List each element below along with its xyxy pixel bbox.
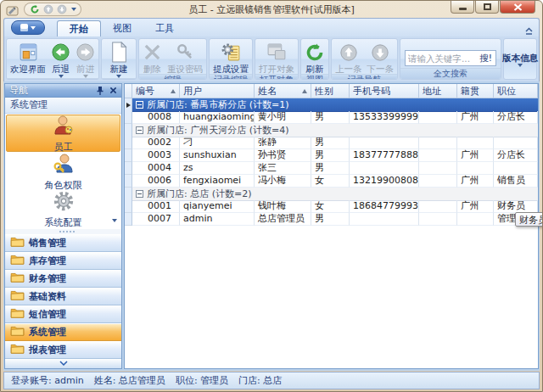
ribbon-group-label: 全文搜索 — [400, 68, 501, 79]
cell-gender: 男 — [311, 162, 350, 175]
column-header-hometown[interactable]: 籍贯 — [457, 84, 494, 98]
table-row[interactable]: 0001 qianyemei 钱叶梅 女 18684779993 广州 财务员 — [125, 200, 538, 213]
sidebar-group-system[interactable]: 系统管理 — [5, 323, 121, 341]
cell-user: zs — [180, 162, 255, 175]
column-header-phone[interactable]: 手机号码 — [350, 84, 419, 98]
qat-next-record-button[interactable] — [56, 4, 67, 15]
refresh-button[interactable]: 刷新 — [302, 40, 327, 74]
restore-icon — [484, 3, 491, 10]
quick-access-toolbar — [24, 3, 81, 16]
chevron-down-icon[interactable] — [112, 219, 117, 222]
role-key-icon — [52, 152, 76, 178]
employee-grid: 编号 用户 姓名 性别 手机号码 地址 籍贯 职位 所属门店: 番禺市桥分店 (… — [124, 83, 539, 369]
selected-row-arrow-icon — [126, 103, 131, 108]
column-header-address[interactable]: 地址 — [419, 84, 457, 98]
sidebar-item-role-permissions[interactable]: 角色权限 — [5, 153, 121, 190]
tab-home[interactable]: 开始 — [57, 20, 101, 36]
back-button[interactable]: 后退 — [48, 40, 73, 78]
new-button[interactable]: 新建 — [107, 40, 131, 78]
sidebar-group-finance[interactable]: 财务管理 — [5, 270, 121, 288]
search-button[interactable]: 搜! — [476, 53, 495, 64]
table-row[interactable]: 0007 admin 总店管理员 男 管理员 — [125, 213, 538, 226]
status-bar: 登录账号: admin 姓名: 总店管理员 职位: 管理员 门店: 总店 — [3, 372, 540, 389]
cell-hometown: 广州 — [457, 200, 494, 213]
sidebar-group-sales[interactable]: 销售管理 — [5, 234, 121, 252]
close-icon[interactable] — [109, 87, 117, 94]
column-header-position[interactable]: 职位 — [494, 84, 538, 98]
sidebar-item-system-config[interactable]: 系统配置 — [5, 190, 121, 229]
ribbon-group-create: 新建 对象创建 — [101, 38, 137, 80]
version-info-button[interactable]: 版本信息 — [505, 40, 535, 79]
employee-icon — [52, 114, 76, 140]
sidebar-overflow-button[interactable] — [5, 359, 121, 368]
navigation-title: 导航 — [9, 84, 91, 97]
cell-address — [419, 213, 457, 226]
qat-refresh-button[interactable] — [29, 4, 40, 15]
sidebar-groups: 销售管理 库存管理 财务管理 基础资料 短信管理 — [5, 234, 121, 359]
cell-position: 财务员 — [494, 200, 538, 213]
close-button[interactable] — [500, 1, 535, 14]
minimize-button[interactable] — [451, 1, 474, 14]
search-box: 搜! — [405, 50, 496, 66]
sidebar-group-sms[interactable]: 短信管理 — [5, 305, 121, 323]
tab-view[interactable]: 视图 — [101, 20, 143, 36]
welcome-screen-button[interactable]: 欢迎界面 — [8, 40, 48, 78]
main-area: 导航 系统管理 员工 — [3, 81, 540, 371]
column-header-name[interactable]: 姓名 — [255, 84, 311, 98]
open-object-button[interactable]: 打开对象 — [256, 40, 297, 74]
folder-icon — [10, 289, 25, 303]
forward-button[interactable]: 前进 — [73, 40, 98, 78]
column-label: 职位 — [497, 85, 534, 98]
column-header-number[interactable]: 编号 — [132, 84, 180, 98]
table-row[interactable]: 0004 zs 张三 男 — [125, 162, 538, 175]
app-menu-button[interactable] — [11, 20, 45, 35]
collapse-icon[interactable] — [136, 101, 143, 109]
cell-user: fengxiaomei — [180, 175, 255, 188]
commission-settings-button[interactable]: 提成设置 — [210, 40, 251, 74]
table-row[interactable]: 0006 fengxiaomei 冯小梅 女 13219900808 广州 销售… — [125, 175, 538, 188]
delete-button[interactable]: 删除 — [140, 40, 165, 74]
column-header-gender[interactable]: 性别 — [311, 84, 350, 98]
cell-position: 分店长 — [494, 149, 538, 162]
group-row-tianhe[interactable]: 所属门店: 广州天河分店 (计数=4) — [125, 124, 538, 137]
cell-number: 0001 — [132, 200, 180, 213]
sidebar-items: 员工 角色权限 系统配置 — [5, 114, 121, 229]
new-label: 新建 — [110, 64, 128, 74]
group-row-panyu[interactable]: 所属门店: 番禺市桥分店 (计数=1) — [125, 98, 538, 111]
table-row[interactable]: 0008 huangxiaoming 黄小明 男 13533399999 广州 … — [125, 111, 538, 124]
tab-tools[interactable]: 工具 — [143, 20, 186, 36]
search-input[interactable] — [406, 53, 476, 64]
next-record-button[interactable]: 下一条 — [365, 40, 397, 74]
ribbon-group-view: 刷新 视图 — [300, 38, 329, 80]
folder-icon — [10, 343, 25, 356]
table-row[interactable]: 0002 刁 张静 男 — [125, 137, 538, 149]
sidebar-section-header[interactable]: 系统管理 — [5, 98, 121, 114]
gear-icon — [53, 190, 75, 216]
column-label: 姓名 — [258, 85, 299, 98]
cell-phone — [350, 162, 419, 175]
collapse-icon[interactable] — [136, 126, 143, 134]
collapse-icon[interactable] — [136, 190, 143, 198]
navigation-pane: 导航 系统管理 员工 — [4, 83, 122, 369]
sidebar-group-inventory[interactable]: 库存管理 — [5, 252, 121, 270]
column-header-user[interactable]: 用户 — [180, 84, 255, 98]
pin-icon[interactable] — [96, 86, 104, 96]
ribbon-group-label: 历史 — [7, 78, 98, 79]
sidebar-group-reports[interactable]: 报表管理 — [5, 341, 121, 359]
qat-previous-record-button[interactable] — [42, 4, 53, 15]
title-bar[interactable]: 员工 - 立远眼镜销售管理软件[试用版本] — [1, 1, 542, 18]
group-row-headquarters[interactable]: 所属门店: 总店 (计数=2) — [125, 188, 538, 200]
folder-icon — [10, 325, 25, 339]
table-row[interactable]: 0003 sunshuxian 孙书贤 男 18377777888 广州 分店长 — [125, 149, 538, 162]
cell-hometown — [457, 213, 494, 226]
ribbon-group-record-edit: 提成设置 记录编辑 — [209, 38, 253, 80]
sidebar-group-label: 基础资料 — [29, 290, 66, 303]
sort-asc-icon — [302, 89, 307, 93]
restore-button[interactable] — [475, 1, 499, 14]
section-label: 系统管理 — [10, 99, 48, 110]
sidebar-item-employee[interactable]: 员工 — [6, 115, 120, 152]
previous-record-button[interactable]: 上一条 — [333, 40, 365, 74]
reset-password-button[interactable]: 重设密码 — [165, 40, 205, 74]
qat-dropdown-icon[interactable] — [71, 8, 76, 11]
sidebar-group-basic-data[interactable]: 基础资料 — [5, 288, 121, 305]
